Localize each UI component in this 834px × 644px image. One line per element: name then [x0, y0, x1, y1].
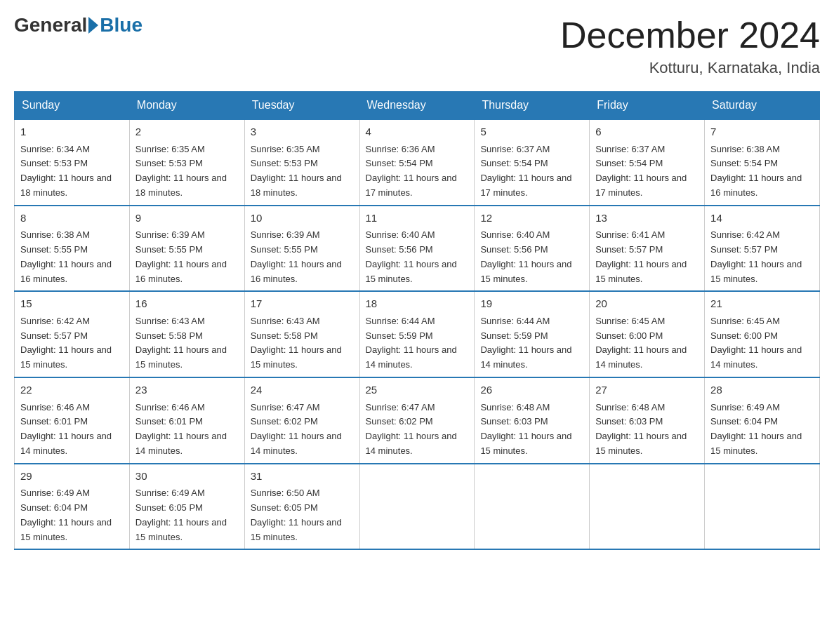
- calendar-day-cell: 2 Sunrise: 6:35 AMSunset: 5:53 PMDayligh…: [129, 119, 244, 206]
- day-number: 4: [366, 124, 469, 140]
- day-number: 15: [20, 296, 124, 312]
- calendar-day-cell: 4 Sunrise: 6:36 AMSunset: 5:54 PMDayligh…: [359, 119, 475, 206]
- calendar-day-cell: [359, 464, 475, 550]
- location-subtitle: Kotturu, Karnataka, India: [560, 59, 820, 77]
- day-info: Sunrise: 6:48 AMSunset: 6:03 PMDaylight:…: [480, 402, 571, 456]
- day-info: Sunrise: 6:42 AMSunset: 5:57 PMDaylight:…: [710, 229, 802, 283]
- day-info: Sunrise: 6:50 AMSunset: 6:05 PMDaylight:…: [251, 488, 342, 542]
- day-info: Sunrise: 6:39 AMSunset: 5:55 PMDaylight:…: [135, 229, 227, 283]
- day-number: 16: [135, 296, 239, 312]
- day-info: Sunrise: 6:46 AMSunset: 6:01 PMDaylight:…: [135, 402, 227, 456]
- calendar-day-cell: 11 Sunrise: 6:40 AMSunset: 5:56 PMDaylig…: [359, 206, 475, 292]
- logo: General Blue: [14, 14, 143, 36]
- day-number: 2: [135, 124, 239, 140]
- day-info: Sunrise: 6:34 AMSunset: 5:53 PMDaylight:…: [20, 144, 112, 198]
- calendar-day-cell: 6 Sunrise: 6:37 AMSunset: 5:54 PMDayligh…: [590, 119, 705, 206]
- day-number: 5: [480, 124, 583, 140]
- day-number: 10: [251, 210, 354, 227]
- day-info: Sunrise: 6:45 AMSunset: 6:00 PMDaylight:…: [595, 316, 687, 370]
- day-number: 3: [251, 124, 354, 140]
- calendar-day-cell: [705, 464, 820, 550]
- calendar-day-cell: 23 Sunrise: 6:46 AMSunset: 6:01 PMDaylig…: [129, 377, 244, 464]
- calendar-day-cell: [590, 464, 705, 550]
- day-number: 20: [595, 296, 699, 312]
- day-info: Sunrise: 6:48 AMSunset: 6:03 PMDaylight:…: [595, 402, 687, 456]
- calendar-day-cell: 19 Sunrise: 6:44 AMSunset: 5:59 PMDaylig…: [475, 291, 590, 377]
- day-info: Sunrise: 6:37 AMSunset: 5:54 PMDaylight:…: [480, 144, 571, 198]
- header-saturday: Saturday: [705, 92, 820, 120]
- calendar-day-cell: 29 Sunrise: 6:49 AMSunset: 6:04 PMDaylig…: [15, 464, 130, 550]
- calendar-day-cell: 13 Sunrise: 6:41 AMSunset: 5:57 PMDaylig…: [590, 206, 705, 292]
- day-number: 17: [251, 296, 354, 312]
- day-info: Sunrise: 6:46 AMSunset: 6:01 PMDaylight:…: [20, 402, 112, 456]
- day-info: Sunrise: 6:39 AMSunset: 5:55 PMDaylight:…: [251, 229, 342, 283]
- calendar-day-cell: 17 Sunrise: 6:43 AMSunset: 5:58 PMDaylig…: [244, 291, 359, 377]
- day-info: Sunrise: 6:35 AMSunset: 5:53 PMDaylight:…: [135, 144, 227, 198]
- day-number: 30: [135, 469, 239, 485]
- day-number: 18: [366, 296, 469, 312]
- day-info: Sunrise: 6:49 AMSunset: 6:05 PMDaylight:…: [135, 488, 227, 542]
- calendar-day-cell: 15 Sunrise: 6:42 AMSunset: 5:57 PMDaylig…: [15, 291, 130, 377]
- day-info: Sunrise: 6:36 AMSunset: 5:54 PMDaylight:…: [366, 144, 457, 198]
- day-number: 13: [595, 210, 699, 227]
- calendar-day-cell: 18 Sunrise: 6:44 AMSunset: 5:59 PMDaylig…: [359, 291, 475, 377]
- calendar-week-row: 22 Sunrise: 6:46 AMSunset: 6:01 PMDaylig…: [15, 377, 820, 464]
- header-thursday: Thursday: [475, 92, 590, 120]
- calendar-day-cell: 5 Sunrise: 6:37 AMSunset: 5:54 PMDayligh…: [475, 119, 590, 206]
- day-number: 31: [251, 469, 354, 485]
- calendar-day-cell: 3 Sunrise: 6:35 AMSunset: 5:53 PMDayligh…: [244, 119, 359, 206]
- day-number: 1: [20, 124, 124, 140]
- day-number: 11: [366, 210, 469, 227]
- day-number: 26: [480, 382, 583, 398]
- day-info: Sunrise: 6:37 AMSunset: 5:54 PMDaylight:…: [595, 144, 687, 198]
- calendar-day-cell: 26 Sunrise: 6:48 AMSunset: 6:03 PMDaylig…: [475, 377, 590, 464]
- calendar-day-cell: 20 Sunrise: 6:45 AMSunset: 6:00 PMDaylig…: [590, 291, 705, 377]
- day-info: Sunrise: 6:49 AMSunset: 6:04 PMDaylight:…: [20, 488, 112, 542]
- calendar-week-row: 8 Sunrise: 6:38 AMSunset: 5:55 PMDayligh…: [15, 206, 820, 292]
- calendar-day-cell: 24 Sunrise: 6:47 AMSunset: 6:02 PMDaylig…: [244, 377, 359, 464]
- day-number: 25: [366, 382, 469, 398]
- calendar-day-cell: 12 Sunrise: 6:40 AMSunset: 5:56 PMDaylig…: [475, 206, 590, 292]
- calendar-day-cell: 21 Sunrise: 6:45 AMSunset: 6:00 PMDaylig…: [705, 291, 820, 377]
- day-number: 23: [135, 382, 239, 398]
- calendar-week-row: 1 Sunrise: 6:34 AMSunset: 5:53 PMDayligh…: [15, 119, 820, 206]
- day-info: Sunrise: 6:42 AMSunset: 5:57 PMDaylight:…: [20, 316, 112, 370]
- calendar-day-cell: 16 Sunrise: 6:43 AMSunset: 5:58 PMDaylig…: [129, 291, 244, 377]
- day-info: Sunrise: 6:40 AMSunset: 5:56 PMDaylight:…: [366, 229, 457, 283]
- day-number: 29: [20, 469, 124, 485]
- calendar-day-cell: 31 Sunrise: 6:50 AMSunset: 6:05 PMDaylig…: [244, 464, 359, 550]
- header-sunday: Sunday: [15, 92, 130, 120]
- calendar-day-cell: 28 Sunrise: 6:49 AMSunset: 6:04 PMDaylig…: [705, 377, 820, 464]
- day-number: 28: [710, 382, 814, 398]
- calendar-day-cell: 14 Sunrise: 6:42 AMSunset: 5:57 PMDaylig…: [705, 206, 820, 292]
- day-info: Sunrise: 6:45 AMSunset: 6:00 PMDaylight:…: [710, 316, 802, 370]
- day-number: 9: [135, 210, 239, 227]
- title-section: December 2024 Kotturu, Karnataka, India: [560, 14, 820, 77]
- day-number: 12: [480, 210, 583, 227]
- day-info: Sunrise: 6:35 AMSunset: 5:53 PMDaylight:…: [251, 144, 342, 198]
- day-info: Sunrise: 6:38 AMSunset: 5:54 PMDaylight:…: [710, 144, 802, 198]
- logo-arrow-icon: [88, 17, 98, 34]
- day-number: 21: [710, 296, 814, 312]
- calendar-day-cell: 10 Sunrise: 6:39 AMSunset: 5:55 PMDaylig…: [244, 206, 359, 292]
- day-info: Sunrise: 6:44 AMSunset: 5:59 PMDaylight:…: [480, 316, 571, 370]
- day-info: Sunrise: 6:41 AMSunset: 5:57 PMDaylight:…: [595, 229, 687, 283]
- calendar-day-cell: 27 Sunrise: 6:48 AMSunset: 6:03 PMDaylig…: [590, 377, 705, 464]
- day-info: Sunrise: 6:40 AMSunset: 5:56 PMDaylight:…: [480, 229, 571, 283]
- day-number: 19: [480, 296, 583, 312]
- day-number: 14: [710, 210, 814, 227]
- calendar-day-cell: 7 Sunrise: 6:38 AMSunset: 5:54 PMDayligh…: [705, 119, 820, 206]
- day-number: 8: [20, 210, 124, 227]
- calendar-day-cell: [475, 464, 590, 550]
- day-number: 27: [595, 382, 699, 398]
- calendar-table: Sunday Monday Tuesday Wednesday Thursday…: [14, 91, 820, 550]
- header-friday: Friday: [590, 92, 705, 120]
- day-info: Sunrise: 6:44 AMSunset: 5:59 PMDaylight:…: [366, 316, 457, 370]
- day-info: Sunrise: 6:47 AMSunset: 6:02 PMDaylight:…: [251, 402, 342, 456]
- calendar-day-cell: 1 Sunrise: 6:34 AMSunset: 5:53 PMDayligh…: [15, 119, 130, 206]
- weekday-header-row: Sunday Monday Tuesday Wednesday Thursday…: [15, 92, 820, 120]
- calendar-day-cell: 9 Sunrise: 6:39 AMSunset: 5:55 PMDayligh…: [129, 206, 244, 292]
- calendar-day-cell: 25 Sunrise: 6:47 AMSunset: 6:02 PMDaylig…: [359, 377, 475, 464]
- header-tuesday: Tuesday: [244, 92, 359, 120]
- calendar-day-cell: 30 Sunrise: 6:49 AMSunset: 6:05 PMDaylig…: [129, 464, 244, 550]
